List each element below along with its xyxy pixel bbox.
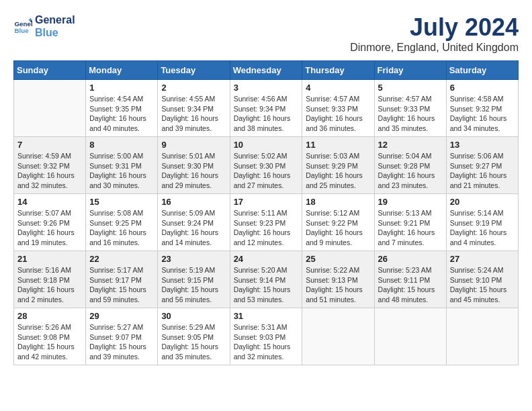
day-info: Sunrise: 5:26 AMSunset: 9:08 PMDaylight:…	[17, 322, 82, 362]
week-row-4: 21Sunrise: 5:16 AMSunset: 9:18 PMDayligh…	[14, 251, 519, 308]
day-number: 16	[161, 197, 226, 207]
day-number: 19	[378, 197, 443, 207]
weekday-header-saturday: Saturday	[446, 61, 518, 80]
day-info: Sunrise: 5:19 AMSunset: 9:15 PMDaylight:…	[161, 265, 226, 305]
day-number: 3	[234, 83, 299, 93]
day-info: Sunrise: 5:06 AMSunset: 9:27 PMDaylight:…	[450, 151, 515, 191]
day-number: 21	[17, 254, 82, 264]
day-info: Sunrise: 5:17 AMSunset: 9:17 PMDaylight:…	[89, 265, 154, 305]
logo: General Blue General Blue	[13, 13, 75, 39]
calendar-cell: 1Sunrise: 4:54 AMSunset: 9:35 PMDaylight…	[86, 80, 158, 137]
day-info: Sunrise: 5:02 AMSunset: 9:30 PMDaylight:…	[234, 151, 299, 191]
calendar-cell: 6Sunrise: 4:58 AMSunset: 9:32 PMDaylight…	[446, 80, 518, 137]
day-number: 10	[234, 140, 299, 150]
day-number: 26	[378, 254, 443, 264]
calendar-cell: 24Sunrise: 5:20 AMSunset: 9:14 PMDayligh…	[230, 251, 302, 308]
title-block: July 2024 Dinmore, England, United Kingd…	[350, 13, 519, 54]
day-number: 4	[306, 83, 370, 93]
day-info: Sunrise: 5:09 AMSunset: 9:24 PMDaylight:…	[161, 208, 226, 248]
calendar-cell: 8Sunrise: 5:00 AMSunset: 9:31 PMDaylight…	[86, 137, 158, 194]
calendar-title: July 2024	[350, 13, 519, 42]
calendar-subtitle: Dinmore, England, United Kingdom	[350, 42, 519, 54]
day-info: Sunrise: 5:03 AMSunset: 9:29 PMDaylight:…	[306, 151, 370, 191]
day-info: Sunrise: 4:56 AMSunset: 9:34 PMDaylight:…	[234, 94, 299, 134]
day-info: Sunrise: 5:00 AMSunset: 9:31 PMDaylight:…	[89, 151, 154, 191]
calendar-cell: 27Sunrise: 5:24 AMSunset: 9:10 PMDayligh…	[446, 251, 518, 308]
day-number: 30	[161, 311, 226, 321]
calendar-cell: 28Sunrise: 5:26 AMSunset: 9:08 PMDayligh…	[14, 308, 86, 365]
day-number: 12	[378, 140, 443, 150]
calendar-header: General Blue General Blue July 2024 Dinm…	[13, 13, 519, 54]
day-info: Sunrise: 5:22 AMSunset: 9:13 PMDaylight:…	[306, 265, 370, 305]
calendar-cell	[14, 80, 86, 137]
calendar-cell: 10Sunrise: 5:02 AMSunset: 9:30 PMDayligh…	[230, 137, 302, 194]
logo-icon: General Blue	[13, 17, 32, 36]
weekday-header-tuesday: Tuesday	[158, 61, 230, 80]
weekday-header-wednesday: Wednesday	[230, 61, 302, 80]
day-number: 25	[306, 254, 370, 264]
day-info: Sunrise: 5:16 AMSunset: 9:18 PMDaylight:…	[17, 265, 82, 305]
day-info: Sunrise: 5:31 AMSunset: 9:03 PMDaylight:…	[234, 322, 299, 362]
calendar-cell: 4Sunrise: 4:57 AMSunset: 9:33 PMDaylight…	[302, 80, 374, 137]
calendar-cell: 26Sunrise: 5:23 AMSunset: 9:11 PMDayligh…	[374, 251, 446, 308]
day-number: 23	[161, 254, 226, 264]
logo-text-general: General	[35, 13, 75, 26]
day-number: 27	[450, 254, 515, 264]
day-info: Sunrise: 4:59 AMSunset: 9:32 PMDaylight:…	[17, 151, 82, 191]
day-number: 22	[89, 254, 154, 264]
calendar-cell: 19Sunrise: 5:13 AMSunset: 9:21 PMDayligh…	[374, 194, 446, 251]
day-number: 5	[378, 83, 443, 93]
weekday-header-sunday: Sunday	[14, 61, 86, 80]
calendar-cell	[446, 308, 518, 365]
day-info: Sunrise: 5:14 AMSunset: 9:19 PMDaylight:…	[450, 208, 515, 248]
day-number: 6	[450, 83, 515, 93]
weekday-header-thursday: Thursday	[302, 61, 374, 80]
week-row-3: 14Sunrise: 5:07 AMSunset: 9:26 PMDayligh…	[14, 194, 519, 251]
day-number: 28	[17, 311, 82, 321]
day-number: 18	[306, 197, 370, 207]
day-info: Sunrise: 5:04 AMSunset: 9:28 PMDaylight:…	[378, 151, 443, 191]
weekday-header-monday: Monday	[86, 61, 158, 80]
calendar-cell	[302, 308, 374, 365]
calendar-cell: 31Sunrise: 5:31 AMSunset: 9:03 PMDayligh…	[230, 308, 302, 365]
logo-text-blue: Blue	[35, 26, 75, 39]
weekday-header-row: SundayMondayTuesdayWednesdayThursdayFrid…	[14, 61, 519, 80]
day-number: 8	[89, 140, 154, 150]
calendar-cell: 9Sunrise: 5:01 AMSunset: 9:30 PMDaylight…	[158, 137, 230, 194]
day-number: 29	[89, 311, 154, 321]
day-info: Sunrise: 5:24 AMSunset: 9:10 PMDaylight:…	[450, 265, 515, 305]
calendar-cell: 22Sunrise: 5:17 AMSunset: 9:17 PMDayligh…	[86, 251, 158, 308]
day-number: 9	[161, 140, 226, 150]
day-number: 13	[450, 140, 515, 150]
calendar-table: SundayMondayTuesdayWednesdayThursdayFrid…	[13, 60, 519, 365]
calendar-cell: 3Sunrise: 4:56 AMSunset: 9:34 PMDaylight…	[230, 80, 302, 137]
day-info: Sunrise: 5:12 AMSunset: 9:22 PMDaylight:…	[306, 208, 370, 248]
day-info: Sunrise: 4:57 AMSunset: 9:33 PMDaylight:…	[306, 94, 370, 134]
calendar-cell: 13Sunrise: 5:06 AMSunset: 9:27 PMDayligh…	[446, 137, 518, 194]
calendar-cell: 21Sunrise: 5:16 AMSunset: 9:18 PMDayligh…	[14, 251, 86, 308]
day-info: Sunrise: 5:27 AMSunset: 9:07 PMDaylight:…	[89, 322, 154, 362]
day-info: Sunrise: 5:23 AMSunset: 9:11 PMDaylight:…	[378, 265, 443, 305]
svg-marker-2	[28, 18, 32, 21]
week-row-2: 7Sunrise: 4:59 AMSunset: 9:32 PMDaylight…	[14, 137, 519, 194]
day-number: 20	[450, 197, 515, 207]
week-row-1: 1Sunrise: 4:54 AMSunset: 9:35 PMDaylight…	[14, 80, 519, 137]
day-number: 7	[17, 140, 82, 150]
day-info: Sunrise: 4:55 AMSunset: 9:34 PMDaylight:…	[161, 94, 226, 134]
day-info: Sunrise: 5:13 AMSunset: 9:21 PMDaylight:…	[378, 208, 443, 248]
calendar-cell: 14Sunrise: 5:07 AMSunset: 9:26 PMDayligh…	[14, 194, 86, 251]
day-info: Sunrise: 5:29 AMSunset: 9:05 PMDaylight:…	[161, 322, 226, 362]
calendar-cell: 16Sunrise: 5:09 AMSunset: 9:24 PMDayligh…	[158, 194, 230, 251]
day-number: 17	[234, 197, 299, 207]
day-number: 1	[89, 83, 154, 93]
calendar-cell: 18Sunrise: 5:12 AMSunset: 9:22 PMDayligh…	[302, 194, 374, 251]
calendar-cell: 2Sunrise: 4:55 AMSunset: 9:34 PMDaylight…	[158, 80, 230, 137]
day-number: 31	[234, 311, 299, 321]
calendar-cell: 15Sunrise: 5:08 AMSunset: 9:25 PMDayligh…	[86, 194, 158, 251]
day-number: 15	[89, 197, 154, 207]
svg-text:Blue: Blue	[14, 27, 29, 34]
day-info: Sunrise: 5:11 AMSunset: 9:23 PMDaylight:…	[234, 208, 299, 248]
day-info: Sunrise: 4:57 AMSunset: 9:33 PMDaylight:…	[378, 94, 443, 134]
calendar-cell	[374, 308, 446, 365]
calendar-cell: 20Sunrise: 5:14 AMSunset: 9:19 PMDayligh…	[446, 194, 518, 251]
